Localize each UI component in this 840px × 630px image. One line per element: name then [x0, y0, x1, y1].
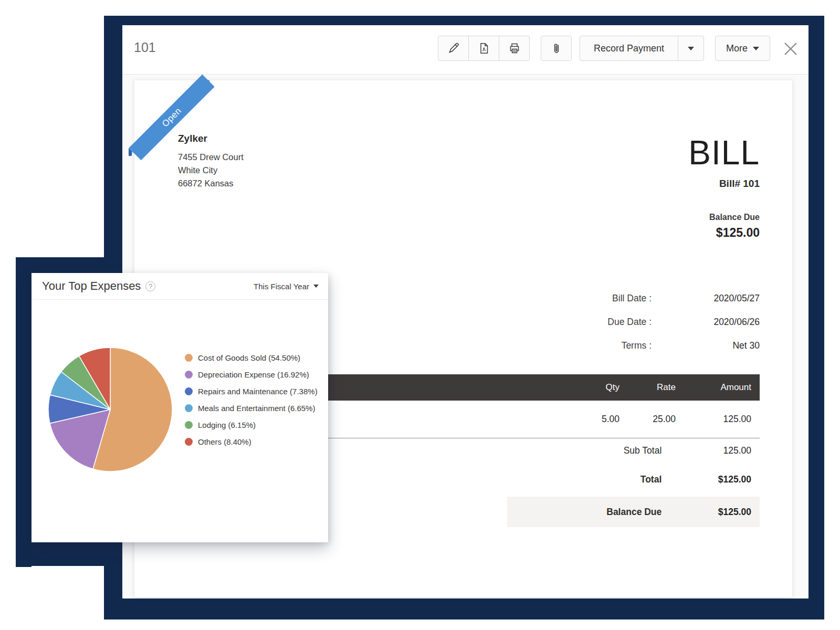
legend-dot — [185, 371, 193, 379]
bill-date-value: 2020/05/27 — [652, 293, 760, 304]
legend-label: Lodging (6.15%) — [198, 421, 256, 429]
legend-label: Repairs and Maintenance (7.38%) — [198, 387, 318, 396]
legend-item: Depreciation Expense (16.92%) — [185, 369, 318, 380]
more-label: More — [726, 43, 748, 54]
legend-label: Meals and Entertainment (6.65%) — [198, 404, 315, 413]
chart-legend: Cost of Goods Sold (54.50%)Depreciation … — [185, 352, 318, 453]
bill-meta: Bill Date : 2020/05/27 Due Date : 2020/0… — [505, 287, 760, 358]
legend-dot — [185, 354, 193, 362]
balance-row-value: $125.00 — [662, 507, 760, 518]
legend-item: Others (8.40%) — [185, 436, 318, 447]
vendor-address-line: White City — [178, 164, 244, 177]
pdf-file-icon — [478, 42, 490, 55]
bill-number-heading: 101 — [134, 40, 156, 55]
document-header: BILL Bill# 101 Balance Due $125.00 — [688, 135, 760, 240]
terms-label: Terms : — [505, 340, 652, 351]
period-selector[interactable]: This Fiscal Year — [254, 282, 319, 291]
top-expenses-widget: Your Top Expenses ? This Fiscal Year Cos… — [32, 273, 328, 542]
record-payment-button[interactable]: Record Payment — [580, 36, 678, 61]
subtotal-label: Sub Total — [507, 445, 662, 456]
legend-dot — [185, 438, 193, 446]
due-date-label: Due Date : — [505, 317, 652, 328]
subtotal-value: 125.00 — [662, 445, 760, 456]
status-badge: Open — [160, 106, 184, 129]
legend-item: Meals and Entertainment (6.65%) — [185, 403, 318, 413]
chevron-down-icon — [313, 285, 319, 288]
vendor-address-line: 66872 Kansas — [178, 177, 244, 190]
screenshot-stage: 101 — [0, 0, 840, 630]
legend-label: Cost of Goods Sold (54.50%) — [198, 353, 300, 362]
document-actions-group — [438, 36, 530, 61]
attachment-button[interactable] — [541, 36, 572, 61]
record-payment-dropdown[interactable] — [678, 36, 704, 61]
pdf-button[interactable] — [468, 36, 499, 61]
legend-item: Cost of Goods Sold (54.50%) — [185, 352, 318, 363]
help-icon[interactable]: ? — [145, 281, 155, 291]
legend-dot — [185, 404, 193, 412]
legend-dot — [185, 387, 193, 395]
record-payment-label: Record Payment — [594, 43, 664, 54]
document-type-title: BILL — [688, 135, 760, 171]
bill-number: Bill# 101 — [688, 178, 760, 190]
rate-cell: 25.00 — [620, 414, 676, 425]
amount-header: Amount — [676, 382, 751, 393]
chevron-down-icon — [688, 47, 694, 50]
balance-row-label: Balance Due — [507, 507, 662, 518]
record-payment-split-button: Record Payment — [580, 36, 704, 61]
edit-button[interactable] — [438, 36, 469, 61]
qty-cell: 5.00 — [556, 414, 620, 425]
pencil-icon — [447, 42, 460, 55]
qty-header: Qty — [556, 382, 620, 393]
toolbar: 101 — [122, 25, 808, 75]
pie-chart — [47, 346, 173, 472]
total-value: $125.00 — [662, 474, 760, 485]
print-button[interactable] — [499, 36, 530, 61]
widget-header: Your Top Expenses ? This Fiscal Year — [32, 273, 328, 300]
legend-item: Lodging (6.15%) — [185, 419, 318, 430]
widget-frame-left — [16, 257, 32, 567]
legend-label: Others (8.40%) — [198, 437, 251, 446]
totals-section: Sub Total 125.00 Total $125.00 Balance D… — [507, 439, 760, 527]
balance-due-row: Balance Due $125.00 — [507, 497, 760, 527]
widget-title: Your Top Expenses — [42, 279, 141, 293]
legend-item: Repairs and Maintenance (7.38%) — [185, 386, 318, 396]
terms-value: Net 30 — [652, 340, 760, 351]
close-icon — [783, 41, 799, 57]
legend-label: Depreciation Expense (16.92%) — [198, 370, 309, 379]
printer-icon — [508, 42, 521, 55]
due-date-row: Due Date : 2020/06/26 — [505, 310, 760, 334]
more-button[interactable]: More — [715, 36, 770, 61]
due-date-value: 2020/06/26 — [652, 317, 760, 328]
legend-dot — [185, 421, 193, 429]
balance-due-label: Balance Due — [688, 213, 760, 222]
period-label: This Fiscal Year — [254, 282, 309, 291]
close-button[interactable] — [779, 37, 803, 61]
total-row: Total $125.00 — [507, 462, 760, 497]
amount-cell: 125.00 — [676, 414, 751, 425]
rate-header: Rate — [620, 382, 676, 393]
widget-frame-top — [16, 257, 122, 273]
vendor-address-line: 7455 Drew Court — [178, 151, 244, 164]
balance-due-amount: $125.00 — [688, 226, 760, 240]
vendor-name: Zylker — [178, 133, 244, 144]
widget-frame-bottom — [16, 542, 122, 566]
terms-row: Terms : Net 30 — [505, 334, 760, 358]
total-label: Total — [507, 474, 662, 485]
bill-date-row: Bill Date : 2020/05/27 — [505, 287, 760, 310]
vendor-address-block: Zylker 7455 Drew Court White City 66872 … — [178, 133, 244, 190]
chevron-down-icon — [753, 47, 759, 50]
paperclip-icon — [551, 42, 562, 55]
subtotal-row: Sub Total 125.00 — [507, 439, 760, 462]
bill-date-label: Bill Date : — [505, 293, 652, 304]
